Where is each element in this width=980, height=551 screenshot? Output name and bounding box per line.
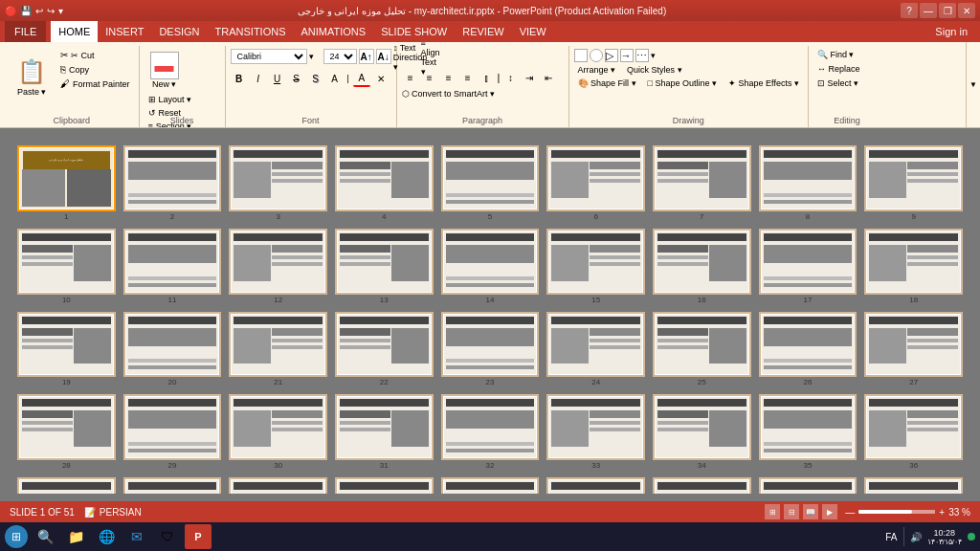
align-right-button[interactable]: ≡ <box>440 69 457 86</box>
underline-button[interactable]: U <box>269 70 286 87</box>
slide-thumbnail[interactable]: 24 <box>546 312 645 387</box>
increase-indent-button[interactable]: ⇥ <box>521 69 538 86</box>
slide-thumbnail[interactable]: 28 <box>17 394 116 470</box>
slide-thumbnail[interactable]: 14 <box>441 229 540 304</box>
convert-smartart-button[interactable]: ⬡ Convert to SmartArt ▾ <box>402 89 496 99</box>
sign-in-button[interactable]: Sign in <box>927 21 975 42</box>
shape-triangle[interactable]: ▷ <box>605 49 618 62</box>
italic-button[interactable]: I <box>250 70 267 87</box>
shape-arrow[interactable]: → <box>620 49 634 62</box>
slide-thumbnail[interactable]: 30 <box>229 394 327 470</box>
notes-button[interactable]: 📝PERSIAN <box>84 507 142 518</box>
shape-more[interactable]: ⋯ <box>635 49 649 62</box>
design-menu[interactable]: DESIGN <box>151 21 207 42</box>
format-painter-button[interactable]: 🖌 Format Painter <box>56 77 134 90</box>
insert-menu[interactable]: INSERT <box>98 21 151 42</box>
view-controls[interactable]: ⊞ ⊟ 📖 ▶ <box>765 504 837 519</box>
increase-font-button[interactable]: A↑ <box>359 49 374 64</box>
slide-thumbnail[interactable]: 34 <box>653 394 751 470</box>
copy-button[interactable]: ⎘ Copy <box>56 63 134 76</box>
slide-thumbnail[interactable]: تحلیل موزه ایرانی و خارجی 1 <box>17 145 116 221</box>
language-indicator[interactable]: FA <box>885 532 897 542</box>
slide-thumbnail[interactable]: 22 <box>335 312 434 387</box>
slide-thumbnail[interactable]: 18 <box>864 229 963 304</box>
slide-thumbnail[interactable]: 43 <box>653 477 751 494</box>
font-size-select[interactable]: 24 <box>323 49 357 64</box>
char-spacing-button[interactable]: A <box>326 70 344 87</box>
file-menu[interactable]: FILE <box>5 21 46 42</box>
slide-sorter-button[interactable]: ⊟ <box>784 504 799 519</box>
search-button[interactable]: 🔍 <box>32 524 58 549</box>
select-button[interactable]: ⊡ Select ▾ <box>813 77 862 89</box>
slide-thumbnail[interactable]: 33 <box>546 394 645 470</box>
bold-button[interactable]: B <box>231 70 248 87</box>
new-slide-button[interactable]: ▬ New ▾ <box>145 49 185 92</box>
decrease-indent-button[interactable]: ⇤ <box>540 69 557 86</box>
slide-thumbnail[interactable]: 17 <box>759 229 858 304</box>
slide-thumbnail[interactable]: 11 <box>123 229 222 304</box>
slide-thumbnail[interactable]: 39 <box>229 477 327 494</box>
find-button[interactable]: 🔍 Find ▾ <box>813 49 858 60</box>
browser-button[interactable]: 🌐 <box>93 524 120 549</box>
home-menu[interactable]: HOME <box>51 21 98 42</box>
slide-thumbnail[interactable]: 32 <box>441 394 540 470</box>
powerpoint-taskbar-button[interactable]: P <box>185 524 212 549</box>
slide-thumbnail[interactable]: 3 <box>229 145 327 221</box>
align-left-button[interactable]: ≡ <box>402 69 419 86</box>
save-icon[interactable]: 💾 <box>20 6 32 16</box>
slide-thumbnail[interactable]: 21 <box>229 312 327 387</box>
slide-thumbnail[interactable]: 42 <box>546 477 645 494</box>
shape-outline-button[interactable]: □ Shape Outline ▾ <box>644 77 721 89</box>
window-controls[interactable]: ? — ❐ ✕ <box>901 3 975 18</box>
redo-icon[interactable]: ↪ <box>47 6 55 16</box>
replace-button[interactable]: ↔ Replace <box>813 63 864 75</box>
restore-button[interactable]: ❐ <box>939 3 956 18</box>
cut-button[interactable]: ✂ ✂ Cut <box>56 49 134 61</box>
mail-button[interactable]: ✉ <box>123 524 150 549</box>
slide-thumbnail[interactable]: 6 <box>546 145 645 221</box>
slide-thumbnail[interactable]: 19 <box>17 312 116 387</box>
slide-thumbnail[interactable]: 16 <box>653 229 751 304</box>
slide-thumbnail[interactable]: 8 <box>759 145 858 221</box>
slide-thumbnail[interactable]: 26 <box>759 312 858 387</box>
file-explorer-button[interactable]: 📁 <box>62 524 89 549</box>
volume-icon[interactable]: 🔊 <box>910 532 922 542</box>
normal-view-button[interactable]: ⊞ <box>765 504 780 519</box>
slide-thumbnail[interactable]: 13 <box>335 229 434 304</box>
align-text-button[interactable]: ≡ Align Text ▾ <box>422 49 439 66</box>
clear-format-button[interactable]: ✕ <box>372 70 390 87</box>
slide-thumbnail[interactable]: 27 <box>864 312 963 387</box>
slide-thumbnail[interactable]: 12 <box>229 229 327 304</box>
line-spacing-button[interactable]: ↕ <box>501 69 519 86</box>
slide-thumbnail[interactable]: 38 <box>123 477 222 494</box>
slide-thumbnail[interactable]: 44 <box>759 477 858 494</box>
justify-button[interactable]: ≡ <box>459 69 477 86</box>
slide-thumbnail[interactable]: 29 <box>123 394 222 470</box>
font-name-select[interactable]: Calibri <box>231 49 307 64</box>
paste-button[interactable]: 📋 Paste ▾ <box>10 49 54 106</box>
slide-thumbnail[interactable]: 41 <box>441 477 540 494</box>
transitions-menu[interactable]: TRANSITIONS <box>208 21 294 42</box>
slide-thumbnail[interactable]: 45 <box>864 477 963 494</box>
shadow-button[interactable]: S <box>307 70 324 87</box>
shape-fill-button[interactable]: 🎨 Shape Fill ▾ <box>574 77 640 89</box>
slide-thumbnail[interactable]: 31 <box>335 394 434 470</box>
zoom-control[interactable]: — + 33 % <box>845 507 970 518</box>
slide-thumbnail[interactable]: 35 <box>759 394 858 470</box>
ribbon-scroll-button[interactable]: ▼ <box>966 42 980 127</box>
undo-icon[interactable]: ↩ <box>35 6 43 16</box>
slide-thumbnail[interactable]: 23 <box>441 312 540 387</box>
slide-thumbnail[interactable]: 5 <box>441 145 540 221</box>
minimize-button[interactable]: — <box>920 3 937 18</box>
view-menu[interactable]: VIEW <box>512 21 554 42</box>
review-menu[interactable]: REVIEW <box>455 21 511 42</box>
slide-thumbnail[interactable]: 40 <box>335 477 434 494</box>
shapes-dropdown[interactable]: ▾ <box>651 51 656 60</box>
text-direction-button[interactable]: ↕ Text Direction ▾ <box>402 49 419 66</box>
align-center-button[interactable]: ≡ <box>421 69 438 86</box>
slide-show-menu[interactable]: SLIDE SHOW <box>373 21 455 42</box>
start-button[interactable]: ⊞ <box>5 525 28 548</box>
slideshow-button[interactable]: ▶ <box>822 504 837 519</box>
shape-oval[interactable] <box>590 49 603 62</box>
reading-view-button[interactable]: 📖 <box>803 504 818 519</box>
